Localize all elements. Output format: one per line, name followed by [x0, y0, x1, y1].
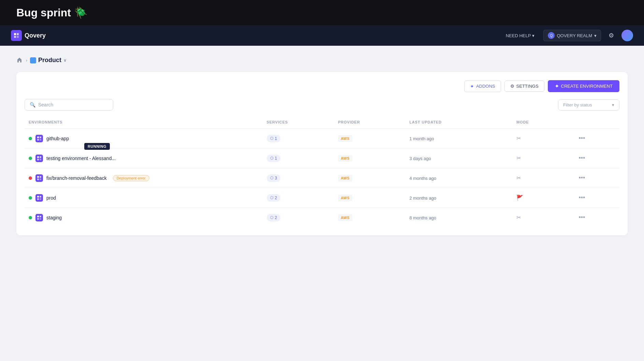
realm-button[interactable]: Q QOVERY REALM ▾ — [543, 30, 601, 41]
env-name: testing environment - Alessand... — [46, 156, 116, 161]
aws-badge: AWS — [338, 175, 352, 182]
env-name-cell: testing environment - Alessand... — [29, 155, 259, 162]
navbar-right: NEED HELP ▾ Q QOVERY REALM ▾ ⚙ — [502, 30, 633, 41]
status-dot — [29, 216, 32, 219]
layers-icon: ⬡ — [270, 156, 274, 160]
settings-icon[interactable]: ⚙ — [606, 30, 616, 41]
svg-rect-8 — [37, 156, 39, 158]
settings-button[interactable]: ⚙ SETTINGS — [504, 81, 544, 92]
env-name: github-app — [46, 136, 69, 141]
scissors-icon: ✂ — [516, 175, 521, 181]
top-banner: Bug sprint 🪲 — [0, 0, 644, 25]
last-updated-text: 3 days ago — [409, 156, 431, 161]
environments-card: ✦ ADDONS ⚙ SETTINGS ✦ CREATE ENVIRONMENT… — [16, 72, 628, 235]
table-row[interactable]: staging ⬡ 2 AWS 8 months ago ✂ ••• — [25, 208, 619, 228]
status-dot — [29, 176, 32, 180]
running-tooltip: RUNNING — [84, 143, 110, 150]
layers-icon: ⬡ — [270, 215, 274, 220]
search-box[interactable]: 🔍 — [25, 99, 113, 111]
chevron-down-icon: ▾ — [594, 33, 597, 38]
addons-icon: ✦ — [470, 84, 474, 89]
create-environment-button[interactable]: ✦ CREATE ENVIRONMENT — [548, 80, 619, 92]
last-updated-text: 8 months ago — [409, 215, 436, 220]
search-input[interactable] — [38, 102, 108, 107]
svg-rect-2 — [14, 36, 16, 38]
table-row[interactable]: github-app RUNNING ⬡ 1 AWS 1 month ago ✂… — [25, 129, 619, 148]
flag-icon: 🚩 — [516, 195, 523, 201]
deployment-error-badge: Deployment error — [113, 175, 149, 181]
breadcrumb: › Product ∨ — [16, 57, 628, 64]
more-actions-button[interactable]: ••• — [576, 133, 588, 143]
chevron-down-icon: ▾ — [532, 33, 535, 38]
env-name: staging — [46, 215, 62, 220]
env-type-icon — [35, 174, 43, 182]
layers-icon: ⬡ — [270, 196, 274, 200]
breadcrumb-arrow: › — [26, 58, 27, 63]
avatar[interactable] — [621, 30, 633, 41]
svg-rect-18 — [37, 198, 39, 200]
title-emoji: 🪲 — [74, 6, 88, 19]
status-dot — [29, 137, 32, 140]
svg-rect-0 — [14, 33, 16, 35]
logo-icon — [11, 30, 22, 41]
project-icon — [30, 57, 36, 63]
svg-rect-13 — [40, 176, 41, 178]
more-actions-button[interactable]: ••• — [576, 153, 588, 163]
navbar: Qovery NEED HELP ▾ Q QOVERY REALM ▾ ⚙ — [0, 25, 644, 46]
status-dot — [29, 157, 32, 160]
addons-button[interactable]: ✦ ADDONS — [464, 81, 501, 92]
col-header-mode: MODE — [512, 117, 572, 129]
env-name-cell: fix/branch-removal-feedback Deployment e… — [29, 174, 259, 182]
col-header-actions — [572, 117, 619, 129]
svg-rect-22 — [37, 218, 39, 220]
services-badge: ⬡ 2 — [267, 214, 281, 221]
col-header-environments: ENVIRONMENTS — [25, 117, 263, 129]
svg-rect-15 — [40, 178, 41, 180]
need-help-button[interactable]: NEED HELP ▾ — [502, 31, 538, 40]
svg-rect-9 — [40, 156, 41, 158]
env-name: prod — [46, 195, 56, 201]
search-icon: 🔍 — [30, 102, 35, 107]
col-header-lastupdated: LAST UPDATED — [405, 117, 512, 129]
svg-rect-11 — [40, 159, 41, 160]
env-type-icon — [35, 135, 43, 142]
last-updated-text: 1 month ago — [409, 136, 434, 141]
breadcrumb-chevron-icon: ∨ — [63, 58, 67, 63]
realm-dot: Q — [548, 32, 555, 39]
plus-icon: ✦ — [555, 83, 559, 89]
table-row[interactable]: testing environment - Alessand... ⬡ 1 AW… — [25, 148, 619, 168]
svg-rect-23 — [40, 218, 41, 220]
col-header-services: SERVICES — [263, 117, 334, 129]
table-row[interactable]: prod ⬡ 2 AWS 2 months ago 🚩 ••• — [25, 188, 619, 208]
table-row[interactable]: fix/branch-removal-feedback Deployment e… — [25, 168, 619, 188]
svg-rect-16 — [37, 196, 39, 198]
svg-rect-10 — [37, 159, 39, 160]
svg-rect-21 — [40, 216, 41, 217]
page-title: Bug sprint 🪲 — [16, 6, 88, 19]
search-filter-row: 🔍 Filter by status ▾ — [25, 99, 619, 111]
services-badge: ⬡ 1 — [267, 135, 281, 142]
svg-rect-14 — [37, 178, 39, 180]
svg-rect-5 — [40, 136, 41, 138]
more-actions-button[interactable]: ••• — [576, 173, 588, 183]
toolbar: ✦ ADDONS ⚙ SETTINGS ✦ CREATE ENVIRONMENT — [25, 80, 619, 92]
env-name-cell: prod — [29, 194, 259, 202]
services-badge: ⬡ 1 — [267, 155, 281, 162]
breadcrumb-current[interactable]: Product ∨ — [30, 57, 67, 64]
aws-badge: AWS — [338, 135, 352, 142]
aws-badge: AWS — [338, 214, 352, 221]
scissors-icon: ✂ — [516, 155, 521, 161]
svg-rect-3 — [17, 36, 19, 38]
more-actions-button[interactable]: ••• — [576, 193, 588, 203]
navbar-logo[interactable]: Qovery — [11, 30, 46, 41]
settings-gear-icon: ⚙ — [510, 84, 514, 89]
home-icon[interactable] — [16, 57, 23, 64]
more-actions-button[interactable]: ••• — [576, 213, 588, 222]
navbar-left: Qovery — [11, 30, 46, 41]
chevron-down-icon: ▾ — [612, 102, 614, 107]
main-content: › Product ∨ ✦ ADDONS ⚙ SETTINGS ✦ CREATE… — [0, 46, 644, 246]
svg-rect-1 — [17, 33, 19, 35]
scissors-icon: ✂ — [516, 135, 521, 141]
status-dot — [29, 196, 32, 200]
filter-status-select[interactable]: Filter by status ▾ — [558, 99, 619, 111]
